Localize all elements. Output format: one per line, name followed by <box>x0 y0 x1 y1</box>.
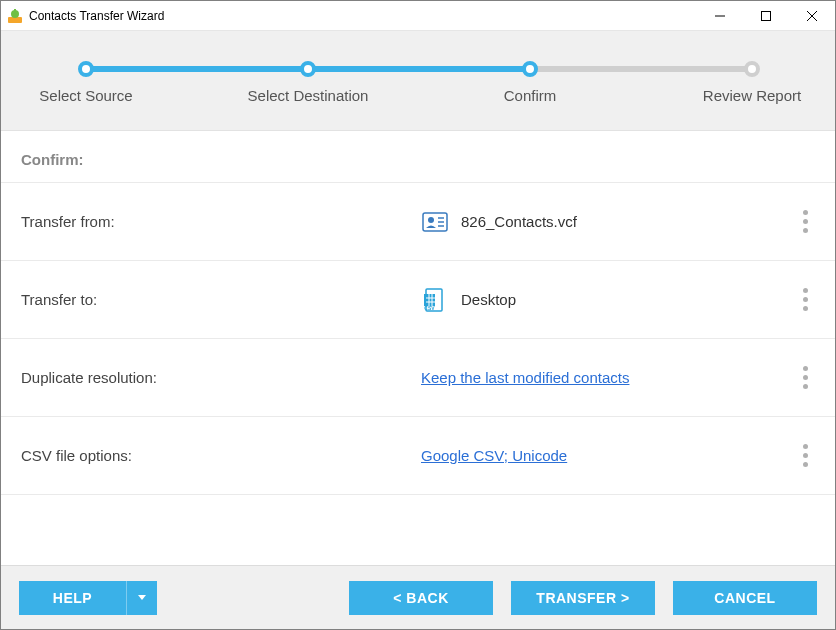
svg-rect-3 <box>762 11 771 20</box>
more-options-button[interactable] <box>795 285 815 315</box>
stepper-track <box>86 66 750 72</box>
row-label: Transfer from: <box>21 213 421 230</box>
more-options-button[interactable] <box>795 441 815 471</box>
window-controls <box>697 1 835 31</box>
back-button[interactable]: < BACK <box>349 581 493 615</box>
duplicate-resolution-link[interactable]: Keep the last modified contacts <box>421 369 629 386</box>
step-select-destination: Select Destination <box>300 61 316 77</box>
step-confirm: Confirm <box>522 61 538 77</box>
minimize-icon <box>715 11 725 21</box>
csv-options-link[interactable]: Google CSV; Unicode <box>421 447 567 464</box>
svg-rect-2 <box>14 9 16 12</box>
wizard-stepper: Select Source Select Destination Confirm… <box>1 31 835 131</box>
close-icon <box>807 11 817 21</box>
contact-card-icon <box>421 208 449 236</box>
step-label: Select Destination <box>248 87 369 104</box>
row-label: Transfer to: <box>21 291 421 308</box>
step-review-report: Review Report <box>744 61 760 77</box>
wizard-window: Contacts Transfer Wizard Select Source S… <box>0 0 836 630</box>
row-transfer-to: Transfer to: CSV Desktop <box>1 261 835 339</box>
row-value: CSV Desktop <box>421 286 516 314</box>
row-label: Duplicate resolution: <box>21 369 421 386</box>
more-options-button[interactable] <box>795 207 815 237</box>
row-label: CSV file options: <box>21 447 421 464</box>
value-text: Desktop <box>461 291 516 308</box>
svg-text:CSV: CSV <box>424 305 435 311</box>
maximize-button[interactable] <box>743 1 789 31</box>
cancel-button[interactable]: CANCEL <box>673 581 817 615</box>
row-value: Google CSV; Unicode <box>421 447 567 464</box>
section-title: Confirm: <box>1 131 835 183</box>
row-value: Keep the last modified contacts <box>421 369 629 386</box>
help-split-button: HELP <box>19 581 157 615</box>
step-label: Review Report <box>703 87 801 104</box>
step-label: Select Source <box>39 87 132 104</box>
step-dot-icon <box>522 61 538 77</box>
app-icon <box>7 8 23 24</box>
step-label: Confirm <box>504 87 557 104</box>
maximize-icon <box>761 11 771 21</box>
value-text: 826_Contacts.vcf <box>461 213 577 230</box>
step-dot-icon <box>78 61 94 77</box>
footer-buttons: < BACK TRANSFER > CANCEL <box>349 581 817 615</box>
help-button[interactable]: HELP <box>19 581 127 615</box>
window-title: Contacts Transfer Wizard <box>29 9 164 23</box>
transfer-button[interactable]: TRANSFER > <box>511 581 655 615</box>
help-dropdown-button[interactable] <box>127 581 157 615</box>
minimize-button[interactable] <box>697 1 743 31</box>
close-button[interactable] <box>789 1 835 31</box>
csv-file-icon: CSV <box>421 286 449 314</box>
step-dot-icon <box>744 61 760 77</box>
svg-point-5 <box>428 217 434 223</box>
row-csv-options: CSV file options: Google CSV; Unicode <box>1 417 835 495</box>
row-duplicate-resolution: Duplicate resolution: Keep the last modi… <box>1 339 835 417</box>
titlebar: Contacts Transfer Wizard <box>1 1 835 31</box>
row-value: 826_Contacts.vcf <box>421 208 577 236</box>
row-transfer-from: Transfer from: 826_Contacts.vcf <box>1 183 835 261</box>
step-select-source: Select Source <box>78 61 94 77</box>
step-dot-icon <box>300 61 316 77</box>
title-left: Contacts Transfer Wizard <box>7 8 164 24</box>
more-options-button[interactable] <box>795 363 815 393</box>
wizard-footer: HELP < BACK TRANSFER > CANCEL <box>1 565 835 629</box>
chevron-down-icon <box>138 595 146 600</box>
